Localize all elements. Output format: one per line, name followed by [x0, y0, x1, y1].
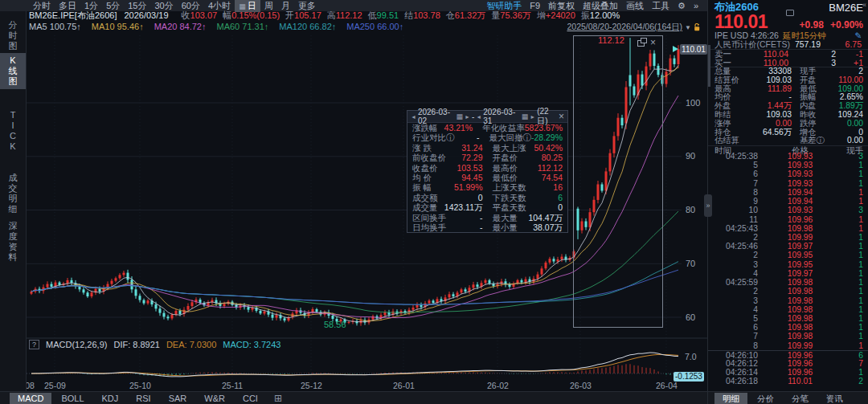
current-price-arrow-icon	[673, 46, 678, 52]
ma-legend: MA5 100.75↑MA10 95.46↑MA20 84.72↑MA60 71…	[29, 22, 414, 32]
trade-row: 8109.991	[708, 341, 868, 350]
bid-ask-rows: 卖一110.042-1买一110.003+1	[708, 50, 868, 67]
next-date-icon[interactable]: ►	[465, 114, 470, 120]
price-change-pct: +0.90%	[830, 19, 863, 31]
macd-dif-value: DIF: 8.8921	[113, 340, 159, 349]
trade-row: 04:26:10109.966	[708, 350, 868, 359]
restore-icon[interactable]	[637, 40, 645, 47]
detail-tab-分笔[interactable]: 分笔	[784, 393, 817, 404]
macd-name: MACD(12,26,9)	[46, 340, 107, 349]
detail-tab-资讯[interactable]: 资讯	[818, 393, 851, 404]
stats-row: 收盘价103.53最高价112.12	[407, 163, 567, 173]
quote-row: 结算价109.03开盘110.00	[708, 76, 868, 85]
sidebar-item-深度资料[interactable]: 深度资料	[0, 218, 26, 265]
trade-row: 9109.941	[708, 197, 868, 206]
ma-legend-MA20: MA20 84.72↑	[154, 22, 207, 31]
legend-field-label: 幅	[223, 10, 231, 20]
indicator-tab-bar: MACDBOLLKDJRSISARW&RCCI⊞	[0, 391, 707, 404]
interval-stats-body: 涨跌幅43.21%年化收益率5823.67%行业对比ⓘ-最大回撤ⓘ-28.29%…	[407, 123, 567, 232]
trade-row: 04:25:43109.981	[708, 224, 868, 233]
legend-field-label: 增	[537, 10, 546, 20]
trade-row: 4109.971	[708, 269, 868, 278]
legend-field-value: 61.32万	[455, 10, 486, 20]
screenshot-icon[interactable]	[786, 10, 794, 16]
indicator-tab-RSI[interactable]: RSI	[128, 393, 158, 404]
menu-item-工具[interactable]: 工具	[648, 0, 674, 11]
prev-date-icon[interactable]: ◄	[476, 114, 481, 120]
indicator-tab-MACD[interactable]: MACD	[10, 393, 51, 404]
legend-field-label: 量	[491, 10, 500, 20]
x-axis-label: 26-02	[487, 381, 509, 390]
legend-field-value: 99.51	[377, 10, 399, 20]
close-icon[interactable]: ×	[650, 39, 656, 47]
legend-field-label: 结	[404, 10, 413, 20]
legend-field-value: 103.78	[413, 10, 440, 20]
stats-row: 涨 跌31.24最大上涨50.42%	[407, 143, 567, 153]
date-range-text[interactable]: 2025/08/20-2026/04/06(164日)	[567, 22, 682, 33]
trade-row: 04:25:59109.981	[708, 278, 868, 287]
cny-value: 757.19	[795, 40, 821, 49]
calendar-grid-icon: ▦	[239, 2, 246, 10]
menu-item-画线[interactable]: 画线	[622, 0, 648, 11]
calendar-icon[interactable]: ▦	[456, 112, 463, 120]
legend-field-value: 75.36万	[500, 10, 531, 20]
scrollbar-thumb[interactable]	[708, 45, 710, 87]
date-range-selector[interactable]: 2025/08/20-2026/04/06(164日) ▼	[567, 22, 701, 32]
trade-row: 6109.931	[708, 169, 868, 178]
indicator-tab-BOLL[interactable]: BOLL	[53, 393, 92, 404]
stats-row: 均 价94.45最低价74.54	[407, 173, 567, 182]
trade-row: 04:26:18110.012	[708, 377, 868, 386]
legend-field-label: 仓	[446, 10, 455, 20]
help-icon[interactable]: ?	[29, 340, 39, 349]
svg-text:60: 60	[686, 312, 695, 322]
menu-item-超级叠加[interactable]: 超级叠加	[579, 0, 622, 11]
cny-label: 人民币计价(CFETS)	[714, 40, 790, 49]
legend-symbol: BM26E.IPE[布油2606]	[29, 10, 117, 20]
legend-field-label: 低	[368, 10, 377, 20]
indicator-tab-SAR[interactable]: SAR	[161, 393, 195, 404]
sidebar-item-分时图[interactable]: 分时图	[0, 18, 26, 54]
legend-field-value: 0.15%(0.15)	[231, 10, 280, 20]
legend-field-value: 112.12	[336, 10, 362, 20]
x-axis-label: 25-12	[301, 381, 322, 390]
sidebar-item-成交明细[interactable]: 成交明细	[0, 170, 26, 217]
left-view-sidebar: 分时图K线图TICK成交明细深度资料	[0, 11, 27, 391]
detail-tab-分价[interactable]: 分价	[749, 393, 782, 404]
add-indicator-icon[interactable]: ⊞	[274, 393, 282, 404]
menu-item-F9[interactable]: F9	[526, 0, 544, 11]
ask-row: 卖一110.042-1	[708, 50, 868, 59]
gear-icon[interactable]: ⚙	[674, 0, 690, 11]
interval-selection-box[interactable]	[573, 35, 663, 328]
calendar-icon[interactable]: ▦	[522, 112, 529, 120]
panel-expand-handle[interactable]: »	[704, 194, 712, 217]
close-icon[interactable]: ×	[559, 111, 564, 122]
next-date-icon[interactable]: ►	[530, 114, 535, 120]
menu-item-智研助手[interactable]: 智研助手	[482, 0, 526, 11]
chevron-down-icon[interactable]: ▼	[685, 24, 691, 31]
unlock-icon[interactable]	[694, 23, 701, 31]
macd-indicator-header: ? MACD(12,26,9) DIF: 8.8921 DEA: 7.0300 …	[29, 340, 280, 349]
indicator-tab-KDJ[interactable]: KDJ	[94, 393, 127, 404]
trade-row: 2109.951	[708, 251, 868, 259]
stats-row: 行业对比ⓘ-最大回撤ⓘ-28.29%	[407, 133, 567, 142]
prev-date-icon[interactable]: ◄	[411, 114, 416, 120]
price-change: +0.98	[800, 19, 824, 31]
trade-row: 04:25:38109.933	[708, 152, 868, 161]
ma-legend-MA60: MA60 71.31↑	[216, 22, 268, 31]
cny-change: 6.75	[845, 40, 862, 49]
legend-field-label: 开	[285, 10, 294, 20]
sidebar-item-K线图[interactable]: K线图	[0, 53, 26, 89]
sidebar-item-TICK[interactable]: TICK	[0, 108, 26, 154]
trade-tick-list[interactable]: 04:25:38109.9335109.9316109.9317109.9318…	[708, 152, 868, 391]
menu-item-前复权[interactable]: 前复权	[544, 0, 579, 11]
svg-text:100: 100	[686, 98, 700, 108]
macd-macd-value: MACD: 3.7243	[223, 340, 280, 349]
svg-text:70: 70	[686, 259, 695, 268]
trade-row: 4109.981	[708, 305, 868, 314]
indicator-tab-CCI[interactable]: CCI	[235, 393, 266, 404]
selection-high-annotation: 112.12	[598, 35, 624, 45]
panel-collapse-icon[interactable]: «	[862, 1, 866, 9]
indicator-tab-W&R[interactable]: W&R	[196, 393, 233, 404]
detail-tab-明细[interactable]: 明细	[714, 393, 747, 404]
more-chevron-icon[interactable]: »	[690, 0, 702, 11]
